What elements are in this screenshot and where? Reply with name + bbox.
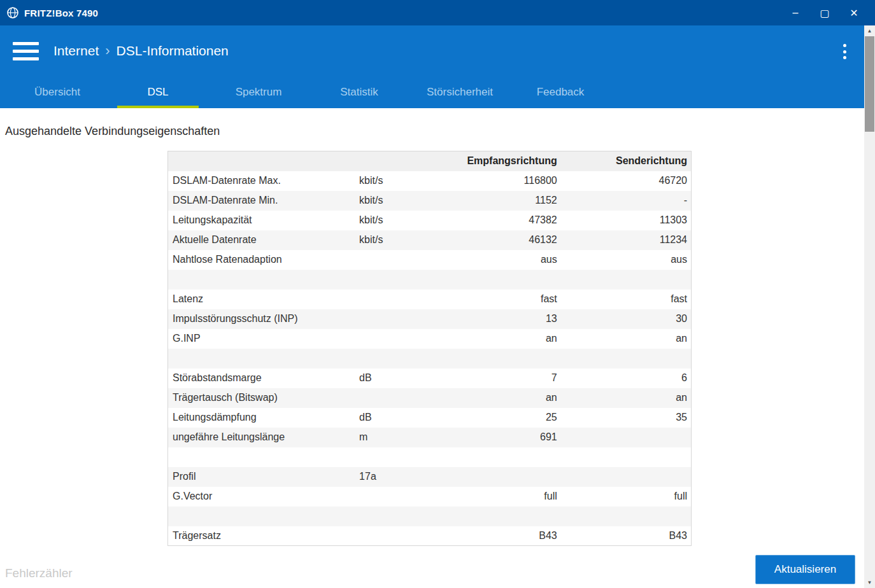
table-row (168, 447, 692, 467)
cell-unit: dB (355, 368, 451, 388)
cell-rx (451, 270, 561, 290)
scrollbar-thumb[interactable] (865, 36, 874, 132)
cell-rx: 47382 (451, 211, 561, 230)
tab-uebersicht[interactable]: Übersicht (17, 76, 98, 108)
section-title: Ausgehandelte Verbindungseigenschaften (5, 125, 864, 138)
cell-rx: 46132 (451, 230, 561, 250)
table-row: TrägersatzB43B43 (168, 526, 692, 546)
cell-tx (561, 467, 692, 487)
cell-tx: 35 (561, 408, 692, 428)
cell-rx: 1152 (451, 191, 561, 211)
cell-rx: 7 (451, 368, 561, 388)
cell-unit: 17a (355, 467, 451, 487)
cell-unit (355, 329, 451, 349)
cell-name: G.INP (168, 329, 356, 349)
table-row: Profil17a (168, 467, 692, 487)
cell-name (168, 270, 356, 290)
cell-name (168, 507, 356, 526)
cell-unit: dB (355, 408, 451, 428)
cell-name: Nahtlose Ratenadaption (168, 250, 356, 270)
cell-rx: an (451, 329, 561, 349)
table-row: DSLAM-Datenrate Min.kbit/s1152- (168, 191, 692, 211)
cell-rx: 691 (451, 428, 561, 447)
table-header-row: Empfangsrichtung Senderichtung (168, 151, 692, 171)
cell-tx: 11234 (561, 230, 692, 250)
cell-unit (355, 526, 451, 546)
scrollbar[interactable]: ▲ ▼ (864, 25, 875, 588)
table-row (168, 270, 692, 290)
cell-rx: fast (451, 290, 561, 309)
cell-name: Trägertausch (Bitswap) (168, 388, 356, 408)
cell-name: Störabstandsmarge (168, 368, 356, 388)
cell-unit (355, 388, 451, 408)
table-row: Latenzfastfast (168, 290, 692, 309)
cell-rx: 116800 (451, 171, 561, 191)
cell-name: Impulsstörungsschutz (INP) (168, 309, 356, 329)
tab-feedback[interactable]: Feedback (520, 76, 601, 108)
cell-name: Profil (168, 467, 356, 487)
cell-tx (561, 447, 692, 467)
cell-tx: an (561, 388, 692, 408)
cell-tx: an (561, 329, 692, 349)
col-header-senderichtung: Senderichtung (561, 151, 692, 171)
table-row: Trägertausch (Bitswap)anan (168, 388, 692, 408)
tab-stoersicherheit[interactable]: Störsicherheit (419, 76, 501, 108)
cell-unit (355, 487, 451, 507)
cell-tx (561, 507, 692, 526)
cell-tx: fast (561, 290, 692, 309)
table-row (168, 349, 692, 368)
cell-unit (355, 349, 451, 368)
table-row: DSLAM-Datenrate Max.kbit/s11680046720 (168, 171, 692, 191)
cell-tx (561, 428, 692, 447)
cell-name (168, 349, 356, 368)
table-row: ungefähre Leitungslängem691 (168, 428, 692, 447)
breadcrumb-root[interactable]: Internet (53, 43, 99, 59)
table-row: G.INPanan (168, 329, 692, 349)
cell-name: Trägersatz (168, 526, 356, 546)
window-controls: – ▢ ✕ (781, 0, 869, 25)
tab-bar: Übersicht DSL Spektrum Statistik Störsic… (0, 76, 875, 108)
scroll-down-arrow[interactable]: ▼ (864, 577, 875, 588)
cell-rx (451, 507, 561, 526)
tab-dsl[interactable]: DSL (117, 76, 199, 108)
cell-name: Latenz (168, 290, 356, 309)
cell-name: G.Vector (168, 487, 356, 507)
close-button[interactable]: ✕ (839, 0, 869, 25)
tab-statistik[interactable]: Statistik (318, 76, 400, 108)
cell-tx: - (561, 191, 692, 211)
cell-tx: 6 (561, 368, 692, 388)
cell-rx: aus (451, 250, 561, 270)
cell-tx: B43 (561, 526, 692, 546)
minimize-button[interactable]: – (781, 0, 810, 25)
cell-name: ungefähre Leitungslänge (168, 428, 356, 447)
cell-name: Leitungsdämpfung (168, 408, 356, 428)
cell-unit (355, 309, 451, 329)
cell-unit (355, 270, 451, 290)
cell-unit: kbit/s (355, 171, 451, 191)
table-row: Aktuelle Datenratekbit/s4613211234 (168, 230, 692, 250)
cell-rx: 13 (451, 309, 561, 329)
scroll-up-arrow[interactable]: ▲ (864, 25, 875, 36)
col-header-unit (355, 151, 451, 171)
cell-rx (451, 467, 561, 487)
table-row (168, 507, 692, 526)
hamburger-menu-icon[interactable] (13, 42, 39, 60)
cell-tx: aus (561, 250, 692, 270)
col-header-empfangsrichtung: Empfangsrichtung (451, 151, 561, 171)
cell-rx: B43 (451, 526, 561, 546)
footer-bar: Fehlerzähler Aktualisieren (0, 552, 864, 588)
cell-rx: full (451, 487, 561, 507)
maximize-button[interactable]: ▢ (810, 0, 839, 25)
cell-tx (561, 270, 692, 290)
cell-tx (561, 349, 692, 368)
next-section-title: Fehlerzähler (5, 566, 73, 580)
app-header: Internet › DSL-Informationen (0, 25, 875, 76)
titlebar: FRITZ!Box 7490 – ▢ ✕ (0, 0, 875, 25)
cell-name: DSLAM-Datenrate Min. (168, 191, 356, 211)
cell-unit (355, 290, 451, 309)
kebab-menu-icon[interactable] (838, 42, 851, 61)
refresh-button[interactable]: Aktualisieren (755, 555, 855, 584)
table-row: LeitungsdämpfungdB2535 (168, 408, 692, 428)
breadcrumb-chevron-icon: › (105, 43, 110, 59)
tab-spektrum[interactable]: Spektrum (218, 76, 299, 108)
